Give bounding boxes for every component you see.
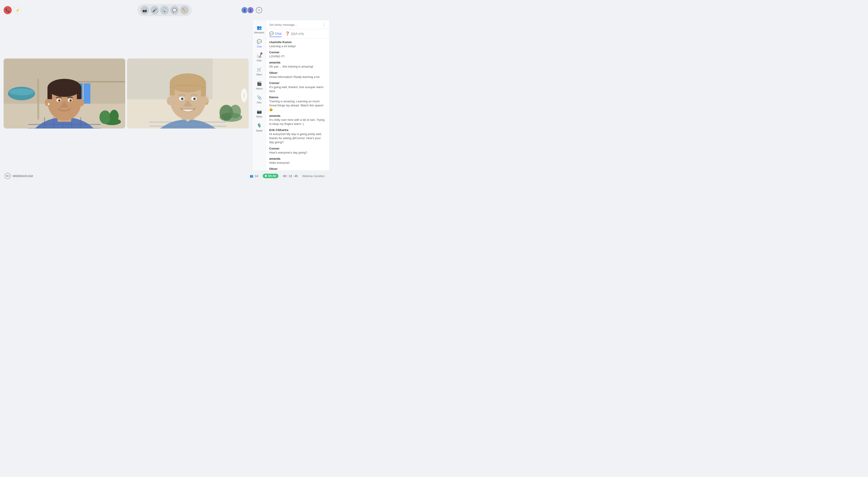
lightning-button[interactable]: ⚡ <box>13 6 22 14</box>
message-author: Conner <box>269 81 326 85</box>
sidebar-item-attendees[interactable]: 👥 Attendees <box>253 23 265 36</box>
tab-qa-only[interactable]: ❓ Q&A only <box>285 31 304 37</box>
svg-point-32 <box>70 100 71 101</box>
attendees-number: 14 <box>255 174 258 178</box>
polls-badge <box>260 53 262 55</box>
speak-icon: 🎙️ <box>256 123 262 129</box>
chat-tabs: 💬 Chat ❓ Q&A only <box>269 31 326 37</box>
message-author: Conner <box>269 50 326 54</box>
svg-rect-26 <box>77 88 81 99</box>
top-bar: 📞 ⚡ 📷 🎤 📡 💬 ✏️ 👤 👤 + <box>0 0 329 20</box>
avatars-group: 👤 👤 <box>241 6 254 14</box>
on-air-dot <box>265 175 267 177</box>
svg-point-47 <box>170 73 206 92</box>
sidebar-item-files[interactable]: 📎 Files <box>253 93 265 106</box>
message-author: Conner <box>269 147 326 150</box>
chat-tab-icon: 💬 <box>269 31 274 36</box>
webinarjam-logo: WJ WEBINARJAM <box>4 173 33 179</box>
sidebar-item-speak[interactable]: 🎙️ Speak <box>253 121 265 134</box>
sidebar-icons: 👥 Attendees 💬 Chat 📊 Polls 🛒 Offers 🎬 Vi… <box>252 20 266 170</box>
more-options-icon: ⋮ <box>242 93 246 98</box>
message-text: LOVING IT! <box>269 55 326 59</box>
add-participant-button[interactable]: + <box>256 7 262 13</box>
svg-point-24 <box>48 79 81 97</box>
svg-point-11 <box>99 110 111 124</box>
sticky-message-bar: ⋮ <box>266 20 329 29</box>
list-item: amanda Hello everyone! <box>269 157 326 165</box>
message-text: It's chilly over here with a bit of rain… <box>269 118 326 126</box>
on-air-badge: On Air <box>263 174 278 178</box>
svg-point-31 <box>59 100 60 101</box>
svg-point-56 <box>167 97 173 105</box>
svg-point-55 <box>194 98 195 99</box>
offers-label: Offers <box>256 73 262 76</box>
svg-rect-43 <box>149 122 226 123</box>
sidebar-item-slides[interactable]: 📷 Slides <box>253 107 265 120</box>
svg-rect-49 <box>201 83 206 96</box>
message-author: amanda <box>269 114 326 117</box>
svg-point-34 <box>79 99 84 106</box>
broadcast-icon: 📡 <box>162 8 167 12</box>
slides-label: Slides <box>256 115 262 118</box>
files-icon: 📎 <box>256 94 262 101</box>
tab-chat[interactable]: 💬 Chat <box>269 31 282 37</box>
offers-icon: 🛒 <box>256 66 262 73</box>
lightning-icon: ⚡ <box>16 8 20 12</box>
chat-icon: 💬 <box>172 8 177 12</box>
end-call-button[interactable]: 📞 <box>4 6 12 14</box>
svg-rect-14 <box>28 124 101 125</box>
videos-label: Videos <box>256 88 262 90</box>
list-item: Oliver Great information! Really learnin… <box>269 71 326 79</box>
more-options-button[interactable]: ⋮ <box>241 89 247 102</box>
svg-rect-25 <box>48 88 52 99</box>
message-text: How's everyone's day going? <box>269 151 326 155</box>
microphone-button[interactable]: 🎤 <box>150 6 159 14</box>
video-tile-2 <box>127 59 249 129</box>
annotate-button[interactable]: ✏️ <box>180 6 189 14</box>
chat-tab-label: Chat <box>275 32 282 35</box>
chat-control-button[interactable]: 💬 <box>170 6 179 14</box>
sidebar-item-offers[interactable]: 🛒 Offers <box>253 65 265 78</box>
slides-icon: 📷 <box>256 108 262 115</box>
sidebar-item-videos[interactable]: 🎬 Videos <box>253 78 265 92</box>
chat-panel: ⋮ 💬 Chat ❓ Q&A only cha <box>266 20 329 170</box>
sidebar-item-chat[interactable]: 💬 Chat <box>253 37 265 50</box>
sticky-message-input[interactable] <box>269 23 322 26</box>
top-right-controls: 👤 👤 + <box>241 6 262 14</box>
svg-rect-44 <box>149 126 226 127</box>
message-text: Great information! Really learning a lot… <box>269 75 326 79</box>
logo-text: WEBINARJAM <box>13 174 33 178</box>
qa-tab-label: Q&A only <box>291 32 304 35</box>
message-text: Hello everyone! <box>269 161 326 165</box>
on-air-label: On Air <box>268 174 276 177</box>
videos-icon: 🎬 <box>256 80 262 87</box>
svg-rect-2 <box>37 79 39 120</box>
video-tile-1 <box>4 59 125 129</box>
center-controls: 📷 🎤 📡 💬 ✏️ <box>137 4 192 16</box>
list-item: charlotte Kumm Learning a lot today! <box>269 40 326 48</box>
qa-tab-icon: ❓ <box>285 31 290 36</box>
broadcast-button[interactable]: 📡 <box>160 6 169 14</box>
svg-rect-5 <box>84 83 90 104</box>
logo-icon: WJ <box>4 173 11 179</box>
bottom-bar: WJ WEBINARJAM 👥 14 On Air 00 : 12 : 45 W… <box>0 170 329 181</box>
message-author: amanda <box>269 61 326 64</box>
svg-point-12 <box>110 110 119 123</box>
attendees-icon: 👥 <box>256 24 262 31</box>
camera-button[interactable]: 📷 <box>141 6 149 14</box>
svg-point-33 <box>45 99 50 106</box>
message-text: It's going well, thanks! Just suuuper wa… <box>269 85 326 93</box>
svg-rect-17 <box>44 117 45 129</box>
avatar-2: 👤 <box>247 6 254 14</box>
message-author: amanda <box>269 157 326 160</box>
message-author: Danno <box>269 96 326 99</box>
list-item: amanda Oh yas ... this training is amazi… <box>269 61 326 69</box>
list-item: Conner How's everyone's day going? <box>269 147 326 155</box>
sticky-options-button[interactable]: ⋮ <box>322 22 326 27</box>
message-text: Oh yas ... this training is amazing! <box>269 65 326 69</box>
main-area: ⋮ 👥 Attendees 💬 Chat 📊 Polls 🛒 Offers 🎬 … <box>0 20 329 170</box>
sidebar-item-polls[interactable]: 📊 Polls <box>253 50 265 64</box>
status-info: 👥 14 On Air 00 : 12 : 45 Webinar duratio… <box>250 174 324 178</box>
message-author: Oliver <box>269 167 326 170</box>
chat-messages: charlotte Kumm Learning a lot today! Con… <box>266 39 329 170</box>
